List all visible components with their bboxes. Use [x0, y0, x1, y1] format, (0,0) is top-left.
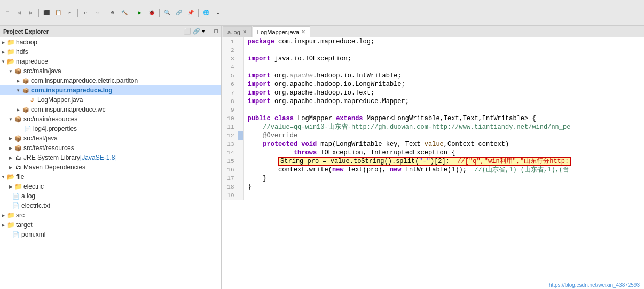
- tree-item-pom[interactable]: 📄 pom.xml: [0, 230, 221, 239]
- code-line-18[interactable]: }: [243, 183, 644, 191]
- label-a-log: a.log: [21, 192, 35, 200]
- toolbar-btn-7[interactable]: ↩: [80, 7, 91, 18]
- folder-icon-hdfs: 📁: [6, 48, 15, 56]
- line-num-19: 19: [222, 191, 238, 200]
- code-line-1[interactable]: package com.inspur.mapreduce.log;: [243, 37, 644, 46]
- arrow-log4j: [19, 126, 23, 132]
- explorer-menu-icon[interactable]: ▾: [202, 28, 205, 35]
- toolbar-btn-10[interactable]: 🔨: [119, 7, 130, 18]
- tree-item-electric-folder[interactable]: ▶ 📁 electric: [0, 182, 221, 191]
- code-line-4[interactable]: [243, 63, 644, 72]
- line-marker-1: [238, 37, 243, 46]
- toolbar-btn-15[interactable]: ☁: [213, 7, 223, 18]
- code-line-17[interactable]: }: [243, 174, 644, 183]
- label-src-main-java: src/main/java: [23, 67, 61, 75]
- tree-item-src-main-java[interactable]: ▼ 📦 src/main/java: [0, 66, 221, 76]
- label-hdfs: hdfs: [16, 48, 28, 56]
- highlight-box-15: String pro = value.toString().split("-")…: [278, 157, 571, 166]
- tree-item-src-test-java[interactable]: ▶ 📦 src/test/java: [0, 134, 221, 143]
- code-line-8[interactable]: import org.apache.hadoop.mapreduce.Mappe…: [243, 97, 644, 106]
- tree-item-electric-txt[interactable]: 📄 electric.txt: [0, 201, 221, 210]
- toolbar-btn-13[interactable]: 📌: [185, 7, 196, 18]
- label-maven: Maven Dependencies: [23, 163, 85, 171]
- label-src-main-res: src/main/resources: [23, 115, 77, 123]
- tree-item-src[interactable]: ▶ 📁 src: [0, 210, 221, 220]
- tree-item-hdfs[interactable]: ▶ 📁 hdfs: [0, 47, 221, 57]
- arrow-jre: ▶: [7, 154, 14, 161]
- code-line-12[interactable]: @Override: [243, 131, 644, 140]
- code-line-3[interactable]: import java.io.IOException;: [243, 54, 644, 63]
- tree-item-eletric-pkg[interactable]: ▶ 📦 com.inspur.mapreduce.eletric.partito…: [0, 76, 221, 85]
- arrow-src-main-java: ▼: [7, 68, 14, 74]
- kw-new2: new: [390, 166, 402, 174]
- editor-content[interactable]: 1 package com.inspur.mapreduce.log; 2 3: [222, 37, 644, 289]
- code-line-9[interactable]: [243, 106, 644, 114]
- toolbar-btn-14[interactable]: 🌐: [201, 7, 211, 18]
- minimize-icon[interactable]: —: [207, 28, 213, 35]
- label-eletric-pkg: com.inspur.mapreduce.eletric.partiton: [31, 77, 138, 84]
- code-row-12: 12 @Override: [222, 131, 644, 140]
- code-line-14[interactable]: throws IOException, InterruptedException…: [243, 149, 644, 157]
- toolbar-btn-12[interactable]: 🔗: [174, 7, 184, 18]
- tree-item-src-main-res[interactable]: ▼ 📦 src/main/resources: [0, 114, 221, 124]
- arrow-hdfs: ▶: [0, 49, 6, 55]
- tree-item-log-pkg[interactable]: ▼ 📦 com.inspur.mapreduce.log: [0, 85, 221, 95]
- tab-a-log-close[interactable]: ✕: [242, 29, 247, 35]
- code-line-19[interactable]: [243, 191, 644, 200]
- toolbar-btn-6[interactable]: ✂: [65, 7, 75, 18]
- line-marker-14: [238, 149, 243, 157]
- link-with-editor-icon[interactable]: 🔗: [193, 28, 200, 35]
- arrow-hadoop: ▶: [0, 39, 6, 45]
- pkg-icon-wc: 📦: [21, 105, 30, 114]
- tree-item-maven[interactable]: ▶ 🗂 Maven Dependencies: [0, 162, 221, 172]
- toolbar-btn-3[interactable]: ▷: [26, 7, 36, 18]
- line-marker-13: [238, 140, 243, 149]
- line-num-6: 6: [222, 80, 238, 89]
- tab-logmapper[interactable]: LogMapper.java ✕: [253, 26, 310, 37]
- code-line-11[interactable]: //value=qq-win10-山东省-http://gh.duowan.co…: [243, 123, 644, 131]
- comment-16: //(山东省,1) (山东省,1),(台: [474, 166, 569, 174]
- kw-import4: import: [248, 89, 271, 97]
- run-btn[interactable]: ▶: [135, 7, 145, 18]
- code-line-16[interactable]: context.write(new Text(pro), new IntWrit…: [243, 166, 644, 174]
- code-line-10[interactable]: public class LogMapper extends Mapper<Lo…: [243, 114, 644, 123]
- code-line-13[interactable]: protected void map(LongWritable key, Tex…: [243, 140, 644, 149]
- src-icon-main-res: 📦: [14, 115, 22, 123]
- tree-item-src-test-res[interactable]: ▶ 📦 src/test/resources: [0, 143, 221, 153]
- code-line-2[interactable]: [243, 46, 644, 54]
- code-line-7[interactable]: import org.apache.hadoop.io.Text;: [243, 89, 644, 97]
- tree-item-target[interactable]: ▶ 📁 target: [0, 220, 221, 230]
- tree-item-hadoop[interactable]: ▶ 📁 hadoop: [0, 37, 221, 47]
- explorer-title: Project Explorer: [3, 28, 49, 35]
- sep5: [159, 9, 160, 17]
- toolbar-btn-11[interactable]: 🔍: [162, 7, 172, 18]
- collapse-all-icon[interactable]: ⬜: [184, 28, 191, 35]
- toolbar-btn-9[interactable]: ⚙: [107, 7, 118, 18]
- tree-item-log4j[interactable]: 📄 log4j.properties: [0, 124, 221, 134]
- tree-item-mapreduce[interactable]: ▼ 📂 mapreduce: [0, 57, 221, 66]
- tab-logmapper-close[interactable]: ✕: [301, 29, 305, 35]
- maximize-icon[interactable]: □: [214, 28, 218, 35]
- tree-item-file[interactable]: ▼ 📂 file: [0, 172, 221, 182]
- folder-icon-mapreduce: 📂: [6, 57, 15, 66]
- toolbar-btn-2[interactable]: ◁: [14, 7, 25, 18]
- tree-item-jre[interactable]: ▶ 🗂 JRE System Library [JavaSE-1.8]: [0, 153, 221, 162]
- code-line-5[interactable]: import org.apache.hadoop.io.IntWritable;: [243, 72, 644, 80]
- code-line-6[interactable]: import org.apache.hadoop.io.LongWritable…: [243, 80, 644, 89]
- debug-btn[interactable]: 🐞: [146, 7, 157, 18]
- tree-item-wc-pkg[interactable]: ▶ 📦 com.inspur.mapreduce.wc: [0, 105, 221, 114]
- src-icon-main-java: 📦: [14, 67, 22, 75]
- pkg-icon-log: 📦: [21, 86, 30, 95]
- toolbar-btn-1[interactable]: ≡: [2, 7, 13, 18]
- tree-item-a-log[interactable]: 📄 a.log: [0, 191, 221, 201]
- tree-item-logmapper[interactable]: J LogMapper.java: [0, 95, 221, 105]
- toolbar-btn-4[interactable]: ⬛: [41, 7, 52, 18]
- toolbar-btn-8[interactable]: ↪: [92, 7, 103, 18]
- toolbar-btn-5[interactable]: 📋: [53, 7, 64, 18]
- line-marker-7: [238, 89, 243, 97]
- arrow-a-log: [7, 193, 12, 199]
- project-explorer: Project Explorer ⬜ 🔗 ▾ — □ ▶ 📁 hadoop ▶: [0, 26, 222, 289]
- tab-a-log[interactable]: a.log ✕: [223, 26, 252, 37]
- code-line-15[interactable]: String pro = value.toString().split("-")…: [243, 157, 644, 166]
- arrow-log-pkg: ▼: [15, 87, 21, 93]
